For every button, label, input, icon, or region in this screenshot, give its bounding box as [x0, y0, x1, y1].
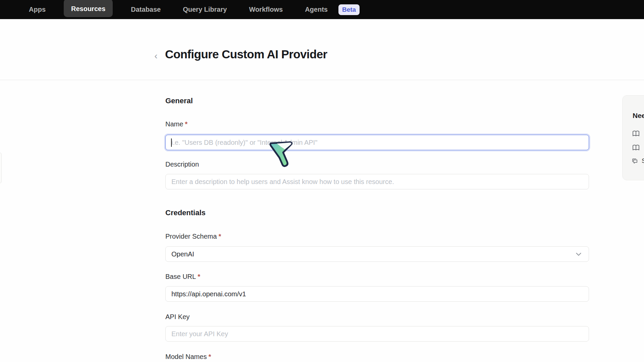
chevron-down-icon: [574, 250, 583, 258]
text-caret: [171, 138, 172, 147]
help-link-docs-1[interactable]: [632, 130, 640, 138]
nav-tab-query-library[interactable]: Query Library: [179, 4, 231, 15]
required-asterisk: *: [198, 273, 200, 280]
help-panel-title: Nee: [633, 112, 644, 120]
api-key-input[interactable]: [165, 326, 589, 342]
help-link-docs-2[interactable]: [632, 144, 640, 152]
chat-bubbles-icon: [631, 158, 638, 165]
help-panel: Nee S: [622, 95, 644, 180]
base-url-field-label: Base URL*: [165, 273, 200, 281]
name-label-text: Name: [165, 120, 183, 128]
description-input[interactable]: [165, 174, 589, 189]
base-url-label-text: Base URL: [165, 273, 196, 280]
provider-schema-select[interactable]: OpenAI: [165, 246, 589, 262]
name-field-label: Name*: [165, 120, 187, 128]
open-book-icon: [632, 144, 640, 152]
nav-tab-database[interactable]: Database: [127, 4, 165, 15]
app-window: Apps Resources Database Query Library Wo…: [0, 0, 644, 362]
base-url-input[interactable]: [165, 286, 589, 302]
provider-schema-value: OpenAI: [171, 250, 194, 258]
provider-schema-label-text: Provider Schema: [165, 233, 217, 240]
left-peek-card-edge: [0, 153, 2, 183]
description-field-label: Description: [165, 161, 199, 168]
section-heading-general: General: [165, 97, 193, 105]
nav-tab-apps[interactable]: Apps: [25, 4, 50, 15]
api-key-field-label: API Key: [165, 313, 190, 321]
required-asterisk: *: [185, 120, 187, 128]
nav-tab-agents[interactable]: Agents: [301, 4, 332, 15]
back-button[interactable]: ‹: [151, 50, 161, 62]
section-heading-credentials: Credentials: [165, 208, 206, 217]
help-support-label: S: [642, 157, 644, 165]
mouse-cursor: [267, 139, 295, 169]
required-asterisk: *: [218, 233, 221, 240]
nav-tab-resources[interactable]: Resources: [64, 0, 113, 17]
page-title: Configure Custom AI Provider: [165, 48, 327, 61]
header-divider: [0, 80, 644, 80]
model-names-field-label: Model Names*: [165, 353, 211, 361]
nav-tab-workflows[interactable]: Workflows: [245, 4, 287, 15]
help-link-support[interactable]: S: [631, 157, 644, 165]
model-names-label-text: Model Names: [165, 353, 207, 360]
provider-schema-field-label: Provider Schema*: [165, 233, 221, 240]
chevron-left-icon: ‹: [154, 51, 157, 61]
top-nav: Apps Resources Database Query Library Wo…: [0, 0, 644, 19]
open-book-icon: [632, 130, 640, 138]
beta-badge[interactable]: Beta: [338, 4, 360, 15]
required-asterisk: *: [208, 353, 211, 360]
name-input[interactable]: [165, 135, 589, 150]
